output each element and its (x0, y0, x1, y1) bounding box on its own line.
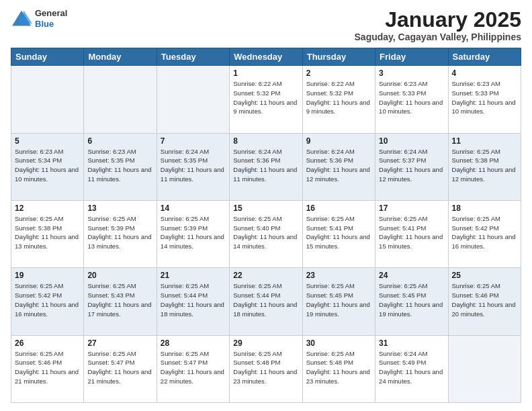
day-number: 25 (452, 271, 517, 280)
table-row (84, 66, 157, 133)
day-number: 8 (233, 136, 298, 146)
logo-general: General (35, 8, 67, 18)
day-info: Sunrise: 6:25 AMSunset: 5:38 PMDaylight:… (452, 147, 517, 184)
day-info: Sunrise: 6:25 AMSunset: 5:48 PMDaylight:… (306, 349, 371, 386)
day-number: 20 (87, 271, 152, 280)
day-number: 13 (87, 203, 152, 213)
table-row: 11Sunrise: 6:25 AMSunset: 5:38 PMDayligh… (448, 133, 521, 200)
day-number: 15 (233, 203, 298, 213)
day-info: Sunrise: 6:25 AMSunset: 5:45 PMDaylight:… (379, 281, 444, 318)
table-row (448, 335, 521, 402)
day-info: Sunrise: 6:23 AMSunset: 5:35 PMDaylight:… (87, 147, 152, 184)
day-number: 27 (87, 338, 152, 348)
location: Saguday, Cagayan Valley, Philippines (355, 32, 521, 42)
table-row: 15Sunrise: 6:25 AMSunset: 5:40 PMDayligh… (230, 200, 302, 267)
table-row: 30Sunrise: 6:25 AMSunset: 5:48 PMDayligh… (302, 335, 375, 402)
col-thursday: Thursday (302, 48, 375, 66)
col-tuesday: Tuesday (157, 48, 229, 66)
day-number: 16 (306, 203, 371, 213)
logo: General Blue (11, 8, 67, 29)
day-info: Sunrise: 6:24 AMSunset: 5:35 PMDaylight:… (161, 147, 226, 184)
day-info: Sunrise: 6:22 AMSunset: 5:32 PMDaylight:… (233, 79, 298, 116)
day-number: 11 (452, 136, 517, 146)
day-info: Sunrise: 6:25 AMSunset: 5:46 PMDaylight:… (452, 281, 517, 318)
table-row: 25Sunrise: 6:25 AMSunset: 5:46 PMDayligh… (448, 268, 521, 335)
day-number: 28 (161, 338, 226, 348)
day-number: 31 (379, 338, 444, 348)
day-info: Sunrise: 6:25 AMSunset: 5:40 PMDaylight:… (233, 214, 298, 251)
day-number: 3 (379, 68, 444, 78)
calendar-week-row: 1Sunrise: 6:22 AMSunset: 5:32 PMDaylight… (11, 66, 521, 133)
table-row: 10Sunrise: 6:24 AMSunset: 5:37 PMDayligh… (375, 133, 448, 200)
col-saturday: Saturday (448, 48, 521, 66)
table-row: 16Sunrise: 6:25 AMSunset: 5:41 PMDayligh… (302, 200, 375, 267)
day-info: Sunrise: 6:24 AMSunset: 5:49 PMDaylight:… (379, 349, 444, 386)
table-row: 29Sunrise: 6:25 AMSunset: 5:48 PMDayligh… (230, 335, 302, 402)
table-row: 6Sunrise: 6:23 AMSunset: 5:35 PMDaylight… (84, 133, 157, 200)
table-row: 9Sunrise: 6:24 AMSunset: 5:36 PMDaylight… (302, 133, 375, 200)
day-info: Sunrise: 6:25 AMSunset: 5:47 PMDaylight:… (161, 349, 226, 386)
table-row: 23Sunrise: 6:25 AMSunset: 5:45 PMDayligh… (302, 268, 375, 335)
table-row: 5Sunrise: 6:23 AMSunset: 5:34 PMDaylight… (11, 133, 84, 200)
table-row: 31Sunrise: 6:24 AMSunset: 5:49 PMDayligh… (375, 335, 448, 402)
day-number: 23 (306, 271, 371, 280)
table-row: 3Sunrise: 6:23 AMSunset: 5:33 PMDaylight… (375, 66, 448, 133)
table-row (157, 66, 229, 133)
table-row: 18Sunrise: 6:25 AMSunset: 5:42 PMDayligh… (448, 200, 521, 267)
day-number: 22 (233, 271, 298, 280)
table-row: 12Sunrise: 6:25 AMSunset: 5:38 PMDayligh… (11, 200, 84, 267)
page: General Blue January 2025 Saguday, Cagay… (0, 0, 532, 411)
table-row (11, 66, 84, 133)
day-number: 26 (15, 338, 80, 348)
calendar-week-row: 19Sunrise: 6:25 AMSunset: 5:42 PMDayligh… (11, 268, 521, 335)
table-row: 22Sunrise: 6:25 AMSunset: 5:44 PMDayligh… (230, 268, 302, 335)
day-info: Sunrise: 6:23 AMSunset: 5:33 PMDaylight:… (379, 79, 444, 116)
day-info: Sunrise: 6:25 AMSunset: 5:39 PMDaylight:… (87, 214, 152, 251)
table-row: 14Sunrise: 6:25 AMSunset: 5:39 PMDayligh… (157, 200, 229, 267)
table-row: 28Sunrise: 6:25 AMSunset: 5:47 PMDayligh… (157, 335, 229, 402)
logo-blue: Blue (35, 19, 54, 29)
day-info: Sunrise: 6:24 AMSunset: 5:36 PMDaylight:… (233, 147, 298, 184)
calendar-header-row: Sunday Monday Tuesday Wednesday Thursday… (11, 48, 521, 66)
table-row: 8Sunrise: 6:24 AMSunset: 5:36 PMDaylight… (230, 133, 302, 200)
day-info: Sunrise: 6:25 AMSunset: 5:47 PMDaylight:… (87, 349, 152, 386)
table-row: 21Sunrise: 6:25 AMSunset: 5:44 PMDayligh… (157, 268, 229, 335)
table-row: 24Sunrise: 6:25 AMSunset: 5:45 PMDayligh… (375, 268, 448, 335)
day-number: 10 (379, 136, 444, 146)
day-info: Sunrise: 6:25 AMSunset: 5:43 PMDaylight:… (87, 281, 152, 318)
day-number: 5 (15, 136, 80, 146)
day-info: Sunrise: 6:25 AMSunset: 5:41 PMDaylight:… (379, 214, 444, 251)
table-row: 19Sunrise: 6:25 AMSunset: 5:42 PMDayligh… (11, 268, 84, 335)
day-number: 18 (452, 203, 517, 213)
col-sunday: Sunday (11, 48, 84, 66)
col-friday: Friday (375, 48, 448, 66)
title-section: January 2025 Saguday, Cagayan Valley, Ph… (355, 8, 521, 42)
day-number: 1 (233, 68, 298, 78)
table-row: 26Sunrise: 6:25 AMSunset: 5:46 PMDayligh… (11, 335, 84, 402)
col-monday: Monday (84, 48, 157, 66)
calendar-table: Sunday Monday Tuesday Wednesday Thursday… (11, 48, 521, 403)
day-info: Sunrise: 6:25 AMSunset: 5:45 PMDaylight:… (306, 281, 371, 318)
day-number: 19 (15, 271, 80, 280)
day-number: 6 (87, 136, 152, 146)
day-number: 2 (306, 68, 371, 78)
day-info: Sunrise: 6:25 AMSunset: 5:39 PMDaylight:… (161, 214, 226, 251)
calendar-week-row: 5Sunrise: 6:23 AMSunset: 5:34 PMDaylight… (11, 133, 521, 200)
day-info: Sunrise: 6:25 AMSunset: 5:46 PMDaylight:… (15, 349, 80, 386)
header: General Blue January 2025 Saguday, Cagay… (11, 8, 521, 42)
table-row: 1Sunrise: 6:22 AMSunset: 5:32 PMDaylight… (230, 66, 302, 133)
day-number: 21 (161, 271, 226, 280)
table-row: 4Sunrise: 6:23 AMSunset: 5:33 PMDaylight… (448, 66, 521, 133)
col-wednesday: Wednesday (230, 48, 302, 66)
logo-text: General Blue (35, 8, 67, 29)
table-row: 13Sunrise: 6:25 AMSunset: 5:39 PMDayligh… (84, 200, 157, 267)
day-info: Sunrise: 6:25 AMSunset: 5:42 PMDaylight:… (452, 214, 517, 251)
day-info: Sunrise: 6:25 AMSunset: 5:44 PMDaylight:… (233, 281, 298, 318)
month-title: January 2025 (355, 8, 521, 32)
day-number: 29 (233, 338, 298, 348)
day-info: Sunrise: 6:22 AMSunset: 5:32 PMDaylight:… (306, 79, 371, 116)
logo-icon (11, 9, 32, 28)
day-number: 30 (306, 338, 371, 348)
day-info: Sunrise: 6:25 AMSunset: 5:41 PMDaylight:… (306, 214, 371, 251)
calendar-week-row: 26Sunrise: 6:25 AMSunset: 5:46 PMDayligh… (11, 335, 521, 402)
